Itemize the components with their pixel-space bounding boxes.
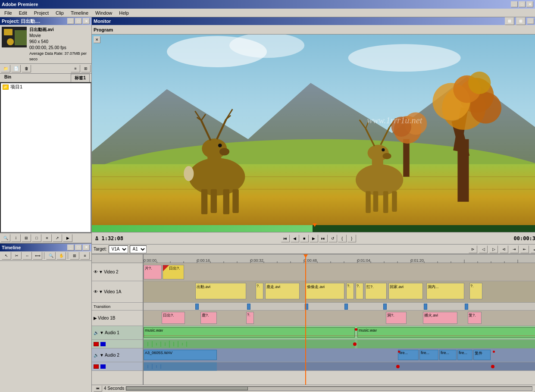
tab-label1[interactable]: 标签1 — [71, 74, 90, 82]
mute-btn-a2[interactable] — [100, 364, 106, 369]
project-maximize-btn[interactable]: □ — [75, 18, 82, 24]
monitor-btn2[interactable]: ⊞ — [516, 17, 526, 25]
eye-icon-v1a[interactable]: 👁 — [94, 289, 98, 294]
clip-v1b-6[interactable]: 复?. — [468, 312, 482, 324]
clip-v1b-3[interactable]: ?. — [246, 312, 254, 324]
timeline-window-controls[interactable]: _ □ ✕ — [67, 245, 90, 251]
project-btn4[interactable]: □ — [32, 234, 41, 242]
play-back-btn[interactable]: ◀ — [291, 235, 299, 242]
tl-razor-btn[interactable]: ✂ — [12, 252, 22, 260]
prev-frame-btn[interactable]: ◁ — [479, 245, 488, 253]
close-btn[interactable]: ✕ — [526, 1, 533, 7]
audio-clip-a2-6[interactable]: 复件 — [473, 350, 491, 360]
monitor-timeline-bar[interactable] — [92, 225, 535, 232]
new-item-btn[interactable]: 📄 — [11, 65, 21, 72]
target-a-select[interactable]: A1 — [130, 245, 147, 253]
menu-project[interactable]: Project — [31, 9, 51, 16]
loop-btn[interactable]: ↺ — [329, 235, 337, 242]
clip-v1a-6[interactable]: ?. — [356, 283, 363, 299]
project-btn5[interactable]: ≡ — [42, 234, 52, 242]
list-view-btn[interactable]: ≡ — [71, 65, 80, 72]
clip-v1a-2[interactable]: ?. — [256, 283, 263, 299]
out-btn[interactable]: } — [347, 235, 356, 242]
menu-edit[interactable]: Edit — [16, 9, 30, 16]
project-close-btn[interactable]: ✕ — [83, 18, 90, 24]
minimize-btn[interactable]: _ — [511, 1, 518, 7]
clip-v1a-10[interactable]: ?. — [469, 283, 482, 299]
clip-v1b-4[interactable]: 洞?. — [386, 312, 407, 324]
info-btn[interactable]: i — [11, 234, 21, 242]
menu-help[interactable]: Help — [116, 9, 131, 16]
clip-v1a-3[interactable]: 鹿走.avi — [265, 283, 300, 299]
clip-v1b-1[interactable]: 日出?. — [162, 312, 185, 324]
audio-clip-a2-1[interactable]: A3_0605S.WAV — [144, 350, 217, 360]
clip-v1a-1[interactable]: 出動.avi — [195, 283, 246, 299]
menu-clip[interactable]: Clip — [53, 9, 66, 16]
project-btn6[interactable]: ↗ — [53, 234, 62, 242]
clip-v1a-7[interactable]: 扛?. — [365, 283, 387, 299]
audio-clip-a2-5[interactable]: fire... — [457, 350, 472, 360]
timeline-maximize-btn[interactable]: □ — [75, 245, 82, 251]
audio-clip-a2-3[interactable]: fire... — [419, 350, 438, 360]
clip-v1b-2[interactable]: 鹿?. — [200, 312, 217, 324]
audio-clip-a2-2[interactable]: fire... — [398, 350, 419, 360]
menu-window[interactable]: Window — [93, 9, 115, 16]
target-v-select[interactable]: V1A — [109, 245, 128, 253]
extract-btn[interactable]: ⇥ — [510, 245, 519, 253]
speaker-icon-a2[interactable]: 🔊 — [94, 353, 99, 358]
tl-move-btn[interactable]: ↔ — [22, 252, 32, 260]
insert-btn[interactable]: ↙ — [531, 245, 535, 253]
audio2-expand-icon[interactable]: ▼ — [100, 353, 104, 358]
goto-in-btn[interactable]: ⊳ — [469, 245, 477, 253]
clip-v1a-8[interactable]: 回家.avi — [388, 283, 423, 299]
stop-btn[interactable]: ■ — [300, 235, 309, 242]
track-content-scrollable[interactable]: 0:00:00 0:00:16 0:00:32 0:00:48 0:01:04 … — [144, 254, 535, 385]
speaker-icon-a1[interactable]: 🔊 — [94, 330, 99, 335]
clip-v2-1[interactable]: 片?. — [144, 265, 162, 279]
step-back-btn[interactable]: ⏮ — [281, 235, 290, 242]
new-bin-btn[interactable]: 📁 — [1, 65, 10, 72]
menu-file[interactable]: File — [2, 9, 15, 16]
audio-clip-a1-2[interactable]: music.wav — [357, 327, 535, 338]
monitor-btn1[interactable]: ⊞ — [505, 17, 514, 25]
app-window-controls[interactable]: _ □ ✕ — [511, 1, 533, 7]
project-btn7[interactable]: ▶ — [63, 234, 72, 242]
tl-select-btn[interactable]: ↖ — [2, 252, 11, 260]
monitor-minimize-btn[interactable]: _ — [527, 18, 534, 24]
hscroll-thumb[interactable] — [126, 387, 248, 390]
menu-timeline[interactable]: Timeline — [68, 9, 91, 16]
timeline-minimize-btn[interactable]: _ — [67, 245, 74, 251]
play-btn[interactable]: ▶ — [310, 235, 318, 242]
audio-clip-a2-4[interactable]: fire... — [439, 350, 457, 360]
timeline-ruler[interactable]: 0:00:00 0:00:16 0:00:32 0:00:48 0:01:04 … — [144, 254, 535, 263]
next-frame-btn[interactable]: ▷ — [489, 245, 498, 253]
project-window-controls[interactable]: _ □ ✕ — [67, 18, 90, 24]
tl-goto-start-btn[interactable]: ⏮ — [94, 386, 102, 392]
find-btn[interactable]: 🔍 — [1, 234, 10, 242]
video2-expand-icon[interactable]: ▼ — [99, 270, 103, 274]
project-item-folder[interactable]: 📁 项目1 — [1, 83, 91, 91]
step-fwd-btn[interactable]: ⏭ — [319, 235, 328, 242]
clip-v1a-5[interactable]: ?. — [346, 283, 354, 299]
record-btn-a2[interactable] — [94, 364, 99, 369]
clip-v2-2[interactable]: 日出?. — [163, 265, 184, 279]
in-btn[interactable]: { — [338, 235, 347, 242]
project-minimize-btn[interactable]: _ — [67, 18, 74, 24]
tl-slip-btn[interactable]: ⟺ — [33, 252, 42, 260]
timeline-close-btn[interactable]: ✕ — [83, 245, 90, 251]
tl-hand-btn[interactable]: ✋ — [56, 252, 66, 260]
monitor-close-overlay[interactable]: ✕ — [94, 36, 100, 43]
maximize-btn[interactable]: □ — [519, 1, 526, 7]
tl-btn5[interactable]: ⊞ — [70, 252, 79, 260]
project-file-list[interactable]: 📁 项目1 — [0, 82, 91, 232]
timeline-hscroll[interactable] — [126, 386, 532, 391]
clip-v1a-9[interactable]: 洞内... — [426, 283, 464, 299]
project-btn3[interactable]: ⊞ — [22, 234, 31, 242]
monitor-window-controls[interactable]: _ □ ✕ — [527, 18, 535, 24]
audio1-expand-icon[interactable]: ▼ — [100, 330, 104, 335]
mute-btn-a1[interactable] — [100, 342, 106, 346]
clip-v1b-5[interactable]: 捕火.avi — [423, 312, 457, 324]
icon-view-btn[interactable]: ⊞ — [81, 65, 91, 72]
eye-icon-v2[interactable]: 👁 — [94, 270, 98, 274]
record-btn-a1[interactable] — [94, 342, 99, 346]
